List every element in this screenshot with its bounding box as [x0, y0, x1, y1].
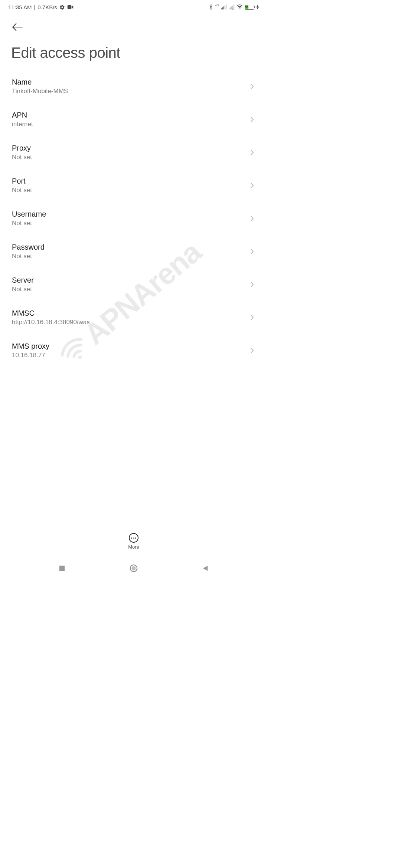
svg-rect-2	[221, 8, 222, 9]
svg-rect-5	[225, 6, 225, 9]
nav-recent-button[interactable]	[51, 561, 73, 576]
signal-2-icon: ×	[229, 4, 235, 10]
setting-label: Proxy	[12, 144, 245, 152]
status-net-speed: 0.7KB/s	[38, 4, 57, 10]
navigation-bar	[0, 558, 267, 579]
svg-point-13	[239, 9, 240, 9]
svg-rect-1	[68, 5, 72, 9]
setting-label: Port	[12, 177, 245, 185]
setting-label: Server	[12, 276, 245, 285]
setting-item-mms-proxy[interactable]: MMS proxy 10.16.18.77	[4, 334, 264, 367]
svg-rect-6	[226, 5, 226, 10]
setting-label: Username	[12, 210, 245, 218]
network-type-label: 4G	[215, 4, 219, 7]
setting-item-username[interactable]: Username Not set	[4, 202, 264, 235]
charging-icon	[256, 4, 259, 10]
svg-rect-4	[223, 6, 224, 9]
setting-label: APN	[12, 111, 245, 119]
signal-1-icon	[221, 4, 227, 10]
setting-label: Name	[12, 78, 245, 86]
battery-percent-label: 38	[245, 5, 248, 9]
chevron-right-icon	[249, 248, 255, 255]
setting-value: Not set	[12, 286, 245, 293]
chevron-right-icon	[249, 215, 255, 222]
chevron-right-icon	[249, 347, 255, 354]
setting-item-mmsc[interactable]: MMSC http://10.16.18.4:38090/was	[4, 301, 264, 334]
setting-label: MMSC	[12, 309, 245, 318]
chevron-right-icon	[249, 314, 255, 321]
setting-value: 10.16.18.77	[12, 352, 245, 359]
setting-item-password[interactable]: Password Not set	[4, 235, 264, 268]
setting-item-proxy[interactable]: Proxy Not set	[4, 136, 264, 169]
setting-value: Tinkoff-Mobile-MMS	[12, 88, 245, 95]
setting-value: internet	[12, 121, 245, 128]
setting-value: Not set	[12, 253, 245, 260]
setting-item-name[interactable]: Name Tinkoff-Mobile-MMS	[4, 70, 264, 103]
setting-item-apn[interactable]: APN internet	[4, 103, 264, 136]
svg-rect-3	[222, 7, 223, 10]
wifi-status-icon	[237, 4, 243, 10]
square-icon	[59, 565, 65, 572]
chevron-right-icon	[249, 83, 255, 90]
chevron-right-icon	[249, 149, 255, 156]
chevron-right-icon	[249, 182, 255, 189]
more-action[interactable]: More	[0, 533, 267, 553]
setting-label: MMS proxy	[12, 342, 245, 351]
battery-icon: 38	[245, 5, 254, 10]
svg-point-17	[131, 566, 136, 571]
setting-label: Password	[12, 243, 245, 251]
setting-item-port[interactable]: Port Not set	[4, 169, 264, 202]
circle-icon	[130, 564, 138, 572]
chevron-right-icon	[249, 116, 255, 123]
divider	[7, 557, 260, 557]
svg-rect-8	[230, 7, 231, 10]
nav-back-button[interactable]	[194, 561, 216, 576]
arrow-left-icon	[12, 23, 23, 31]
setting-item-server[interactable]: Server Not set	[4, 268, 264, 301]
camera-icon	[67, 5, 74, 9]
nav-home-button[interactable]	[123, 561, 145, 576]
back-button[interactable]	[11, 21, 24, 33]
setting-value: http://10.16.18.4:38090/was	[12, 319, 245, 326]
chevron-right-icon	[249, 281, 255, 288]
gear-icon	[59, 4, 65, 10]
status-bar: 11:35 AM | 0.7KB/s 4G ×	[0, 0, 267, 14]
setting-value: Not set	[12, 220, 245, 227]
setting-value: Not set	[12, 187, 245, 194]
setting-value: Not set	[12, 154, 245, 161]
more-label: More	[128, 544, 139, 550]
triangle-left-icon	[202, 565, 208, 572]
svg-rect-15	[59, 566, 64, 571]
more-icon	[129, 533, 138, 543]
svg-text:×: ×	[232, 8, 234, 10]
status-time: 11:35 AM	[8, 4, 32, 10]
page-title: Edit access point	[0, 33, 267, 70]
bluetooth-icon	[209, 4, 213, 10]
svg-rect-7	[229, 8, 229, 9]
svg-rect-9	[231, 6, 232, 9]
settings-list: Name Tinkoff-Mobile-MMS APN internet Pro…	[0, 70, 267, 367]
